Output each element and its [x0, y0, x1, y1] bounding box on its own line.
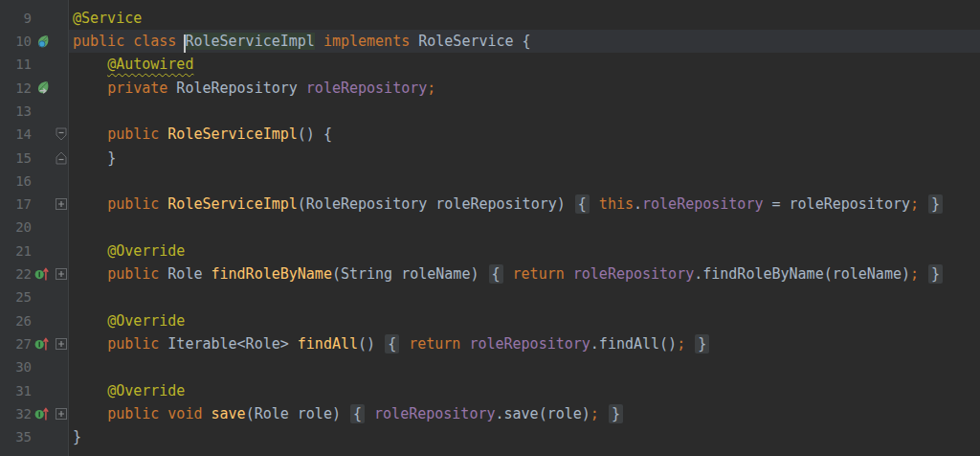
code-line-17: 17 public RoleServiceImpl(RoleRepository… [0, 193, 980, 216]
code-content[interactable]: public void save(Role role) { roleReposi… [69, 402, 980, 425]
folded-brace: } [928, 194, 943, 214]
folded-brace: { [350, 404, 365, 423]
code-line-30: 30 [0, 355, 980, 378]
code-content[interactable]: public RoleServiceImpl() { [69, 123, 980, 146]
line-number: 10 [0, 30, 32, 53]
code-token: @Autowired [107, 56, 193, 73]
code-content[interactable]: private RoleRepository roleRepository; [69, 77, 980, 100]
code-content[interactable] [69, 285, 980, 308]
code-token [504, 265, 513, 283]
code-line-13: 13 [0, 100, 980, 123]
line-number: 14 [0, 123, 32, 146]
code-content[interactable] [69, 170, 980, 193]
code-token: Iterable<Role> [159, 335, 298, 353]
override-method-icon[interactable] [32, 262, 53, 285]
line-number: 21 [0, 239, 32, 262]
code-token [919, 195, 927, 213]
code-content[interactable]: public Role findRoleByName(String roleNa… [69, 262, 980, 285]
code-content[interactable] [69, 216, 980, 239]
code-token: roleRepository [573, 265, 694, 283]
code-token: ; [677, 335, 685, 353]
line-number: 20 [0, 216, 32, 239]
code-token: RoleService { [410, 33, 530, 50]
code-token: (String roleName) [332, 265, 488, 283]
code-editor[interactable]: 89@Service10public class RoleServiceImpl… [0, 0, 980, 448]
code-token: @Override [107, 312, 185, 330]
code-content[interactable] [69, 355, 980, 378]
code-token: . [634, 195, 642, 213]
code-content[interactable]: public Iterable<Role> findAll() { return… [69, 332, 980, 355]
fold-gutter-slot [53, 170, 69, 193]
override-method-icon[interactable] [32, 332, 53, 355]
code-token: Role [159, 265, 211, 283]
code-content[interactable] [69, 0, 980, 7]
code-content[interactable]: @Override [69, 309, 980, 332]
code-token: this [599, 195, 634, 213]
code-content[interactable]: @Service [69, 7, 980, 30]
gutter-icon-slot [32, 216, 53, 239]
fold-collapse-start-icon[interactable] [53, 123, 69, 146]
code-line-10: 10public class RoleServiceImpl implement… [0, 30, 980, 53]
code-line-12: 12 private RoleRepository roleRepository… [0, 77, 980, 100]
fold-gutter-slot [53, 30, 69, 53]
code-token: roleRepository [469, 335, 590, 353]
code-content[interactable]: public class RoleServiceImpl implements … [69, 30, 980, 53]
code-line-31: 31 @Override [0, 379, 980, 402]
code-token: roleRepository [642, 195, 763, 213]
code-token: @Override [107, 242, 185, 260]
spring-bean-icon[interactable] [32, 30, 53, 53]
code-line-35: 35} [0, 425, 980, 448]
code-token: ; [910, 265, 919, 283]
fold-gutter-slot [53, 285, 69, 308]
fold-gutter-slot [53, 216, 69, 239]
code-token [599, 405, 608, 422]
code-token [685, 335, 694, 353]
fold-gutter-slot [53, 239, 69, 262]
code-token: (RoleRepository roleRepository) [298, 195, 574, 213]
gutter-icon-slot [32, 0, 53, 7]
code-token [400, 335, 409, 353]
code-token: save [212, 405, 246, 422]
code-content[interactable]: } [69, 147, 980, 170]
fold-gutter-slot [53, 379, 69, 402]
code-content[interactable]: } [69, 425, 980, 448]
fold-expand-icon[interactable] [53, 193, 69, 216]
code-line-25: 25 [0, 285, 980, 308]
override-method-icon[interactable] [32, 402, 53, 425]
code-content[interactable]: @Override [69, 379, 980, 402]
folded-brace: { [385, 334, 399, 353]
fold-gutter-slot [53, 309, 69, 332]
line-number: 13 [0, 100, 32, 123]
gutter-icon-slot [32, 379, 53, 402]
code-content[interactable]: public RoleServiceImpl(RoleRepository ro… [69, 193, 980, 216]
code-token: public class [73, 33, 185, 50]
code-content[interactable]: @Autowired [69, 53, 980, 76]
code-line-9: 9@Service [0, 7, 980, 30]
gutter-icon-slot [32, 7, 53, 30]
fold-gutter-slot [53, 53, 69, 76]
fold-expand-icon[interactable] [53, 332, 69, 355]
fold-collapse-end-icon[interactable] [53, 147, 69, 170]
fold-expand-icon[interactable] [53, 262, 69, 285]
gutter-icon-slot [32, 425, 53, 448]
code-content[interactable] [69, 100, 980, 123]
code-token: @Override [107, 382, 185, 399]
gutter-icon-slot [32, 170, 53, 193]
line-number: 32 [0, 402, 32, 425]
code-token: return [409, 335, 460, 353]
folded-brace: } [609, 404, 623, 423]
code-token [565, 265, 573, 283]
gutter-icon-slot [32, 193, 53, 216]
fold-expand-icon[interactable] [53, 402, 69, 425]
code-token: RoleServiceImpl [167, 125, 297, 143]
spring-autowire-icon[interactable] [32, 77, 53, 100]
folded-brace: { [575, 194, 590, 214]
gutter-icon-slot [32, 285, 53, 308]
code-token [919, 265, 927, 283]
code-token: .findRoleByName(roleName) [694, 265, 910, 283]
code-token: public [107, 125, 167, 143]
line-number: 11 [0, 53, 32, 76]
code-content[interactable]: @Override [69, 239, 980, 262]
code-token: roleRepository [306, 80, 427, 97]
fold-gutter-slot [53, 355, 69, 378]
